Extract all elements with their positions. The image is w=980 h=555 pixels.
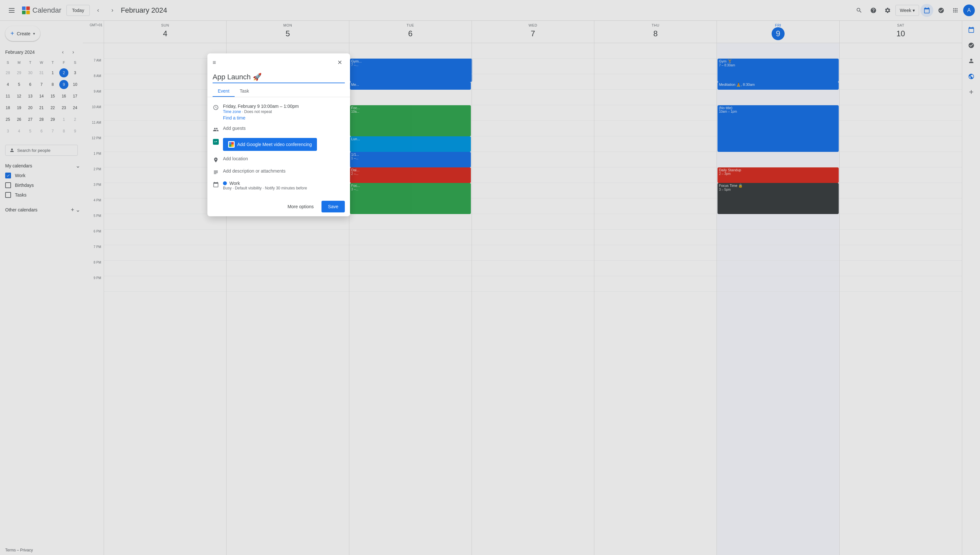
calendar-icon bbox=[212, 181, 219, 188]
timezone-link[interactable]: Time zone bbox=[223, 109, 241, 114]
modal-timezone-meta: Time zone · Does not repeat bbox=[223, 109, 345, 114]
modal-datetime-display[interactable]: Friday, February 9 10:00am – 1:00pm bbox=[223, 104, 345, 109]
calendar-details-label: Busy · Default visibility · Notify 30 mi… bbox=[223, 186, 345, 190]
event-creation-modal: ≡ ✕ Event Task Friday, February 9 10:00a… bbox=[208, 53, 350, 216]
meet-button-label: Add Google Meet video conferencing bbox=[237, 142, 312, 147]
svg-rect-11 bbox=[229, 144, 232, 147]
add-guests-input[interactable]: Add guests bbox=[223, 126, 345, 131]
add-google-meet-button[interactable]: Add Google Meet video conferencing bbox=[223, 138, 317, 151]
description-icon bbox=[212, 169, 219, 175]
modal-description-row: Add description or attachments bbox=[208, 166, 350, 178]
modal-header: ≡ ✕ bbox=[208, 53, 350, 72]
svg-rect-10 bbox=[232, 142, 234, 144]
modal-body: Friday, February 9 10:00am – 1:00pm Time… bbox=[208, 97, 350, 197]
guests-icon bbox=[212, 126, 219, 133]
modal-title-area bbox=[208, 72, 350, 86]
event-title-input[interactable] bbox=[212, 72, 345, 83]
calendar-selector-row: Work bbox=[223, 181, 345, 186]
svg-rect-12 bbox=[232, 144, 234, 147]
modal-guests-row: Add guests bbox=[208, 123, 350, 135]
modal-location-row: Add location bbox=[208, 154, 350, 166]
add-description-input[interactable]: Add description or attachments bbox=[223, 168, 345, 173]
find-time-link[interactable]: Find a time bbox=[223, 115, 245, 120]
calendar-color-dot bbox=[223, 181, 227, 185]
save-button[interactable]: Save bbox=[322, 201, 345, 212]
google-meet-icon bbox=[228, 141, 235, 148]
modal-close-button[interactable]: ✕ bbox=[335, 57, 345, 68]
modal-drag-handle[interactable]: ≡ bbox=[212, 59, 216, 66]
modal-overlay[interactable]: ≡ ✕ Event Task Friday, February 9 10:00a… bbox=[0, 0, 980, 555]
modal-tabs: Event Task bbox=[208, 86, 350, 97]
modal-meet-row: Add Google Meet video conferencing bbox=[208, 135, 350, 154]
more-options-button[interactable]: More options bbox=[282, 201, 319, 212]
repeat-link[interactable]: Does not repeat bbox=[245, 109, 272, 114]
add-location-input[interactable]: Add location bbox=[223, 156, 345, 161]
modal-footer: More options Save bbox=[208, 197, 350, 216]
location-icon bbox=[212, 157, 219, 163]
meet-spacer bbox=[212, 139, 219, 145]
svg-rect-8 bbox=[213, 139, 219, 145]
modal-datetime-row: Friday, February 9 10:00am – 1:00pm Time… bbox=[208, 101, 350, 123]
calendar-name-label[interactable]: Work bbox=[229, 181, 240, 186]
tab-event[interactable]: Event bbox=[212, 86, 235, 97]
tab-task[interactable]: Task bbox=[235, 86, 254, 97]
modal-calendar-row: Work Busy · Default visibility · Notify … bbox=[208, 178, 350, 193]
clock-icon bbox=[212, 104, 219, 111]
svg-rect-9 bbox=[229, 142, 232, 144]
